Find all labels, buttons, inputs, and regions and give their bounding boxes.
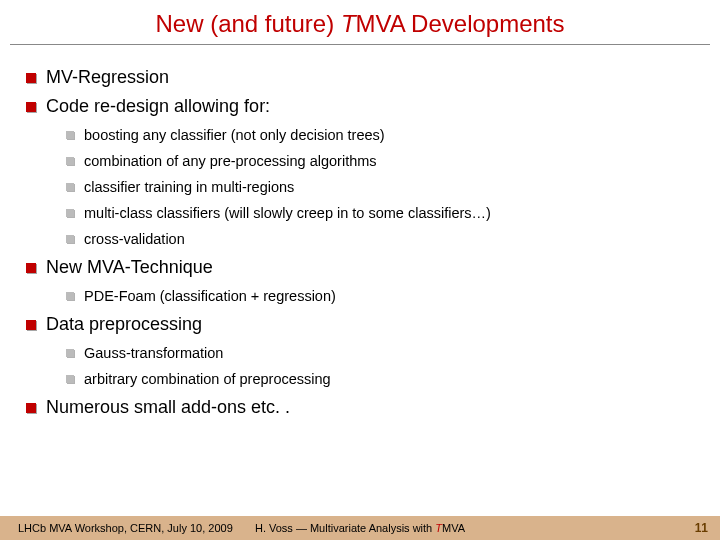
- title-post: MVA Developments: [356, 10, 565, 37]
- bullet-label: Code re-design allowing for:: [46, 96, 270, 116]
- list-item: Gauss-transformation: [46, 345, 700, 361]
- bullet-mv-regression: MV-Regression: [20, 67, 700, 88]
- sub-list: Gauss-transformation arbitrary combinati…: [46, 345, 700, 387]
- bullet-label: MV-Regression: [46, 67, 169, 87]
- slide: { "title": { "pre": "New (and future) ",…: [0, 0, 720, 540]
- bullet-label: Numerous small add-ons etc. .: [46, 397, 290, 417]
- bullet-numerous-addons: Numerous small add-ons etc. .: [20, 397, 700, 418]
- sub-list: boosting any classifier (not only decisi…: [46, 127, 700, 247]
- list-item: PDE-Foam (classification + regression): [46, 288, 700, 304]
- list-item: multi-class classifiers (will slowly cre…: [46, 205, 700, 221]
- list-item: cross-validation: [46, 231, 700, 247]
- list-item-label: boosting any classifier (not only decisi…: [84, 127, 385, 143]
- list-item-label: cross-validation: [84, 231, 185, 247]
- title-t-letter: T: [341, 10, 356, 37]
- sub-list: PDE-Foam (classification + regression): [46, 288, 700, 304]
- list-item-label: Gauss-transformation: [84, 345, 223, 361]
- slide-number: 11: [695, 521, 708, 535]
- bullet-label: New MVA-Technique: [46, 257, 213, 277]
- content-area: MV-Regression Code re-design allowing fo…: [0, 45, 720, 418]
- title-pre: New (and future): [155, 10, 340, 37]
- footer-center-pre: H. Voss ― Multivariate Analysis with: [255, 522, 435, 534]
- list-item: combination of any pre-processing algori…: [46, 153, 700, 169]
- list-item-label: combination of any pre-processing algori…: [84, 153, 377, 169]
- bullet-data-preprocessing: Data preprocessing Gauss-transformation …: [20, 314, 700, 387]
- bullet-code-redesign: Code re-design allowing for: boosting an…: [20, 96, 700, 247]
- list-item: classifier training in multi-regions: [46, 179, 700, 195]
- list-item-label: multi-class classifiers (will slowly cre…: [84, 205, 491, 221]
- footer-center-post: MVA: [442, 522, 465, 534]
- bullet-list: MV-Regression Code re-design allowing fo…: [20, 67, 700, 418]
- bullet-new-mva-technique: New MVA-Technique PDE-Foam (classificati…: [20, 257, 700, 304]
- footer-bar: LHCb MVA Workshop, CERN, July 10, 2009 H…: [0, 516, 720, 540]
- slide-title: New (and future) TMVA Developments: [155, 10, 564, 37]
- list-item: boosting any classifier (not only decisi…: [46, 127, 700, 143]
- footer-left: LHCb MVA Workshop, CERN, July 10, 2009: [18, 522, 233, 534]
- list-item-label: PDE-Foam (classification + regression): [84, 288, 336, 304]
- list-item-label: classifier training in multi-regions: [84, 179, 294, 195]
- bullet-label: Data preprocessing: [46, 314, 202, 334]
- footer-t-letter: T: [435, 522, 442, 534]
- list-item: arbitrary combination of preprocessing: [46, 371, 700, 387]
- list-item-label: arbitrary combination of preprocessing: [84, 371, 331, 387]
- title-bar: New (and future) TMVA Developments: [10, 0, 710, 45]
